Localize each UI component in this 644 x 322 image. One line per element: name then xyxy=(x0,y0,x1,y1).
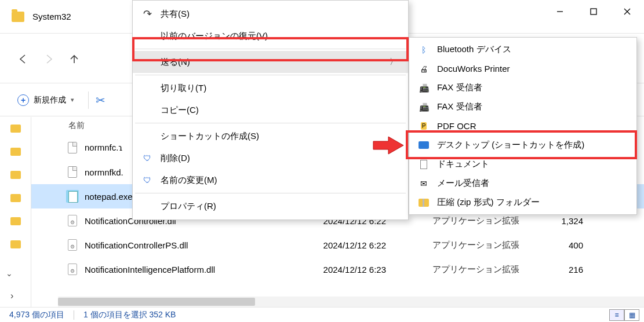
file-type: アプリケーション拡張 xyxy=(409,240,543,251)
menu-item-label: 共有(S) xyxy=(161,9,190,20)
menu-item-label: 以前のバージョンの復元(V) xyxy=(161,31,268,42)
forward-button[interactable] xyxy=(36,46,61,72)
menu-separator xyxy=(135,49,406,49)
details-view-button[interactable]: ≡ xyxy=(609,309,624,321)
fax-icon: 📠 xyxy=(417,82,430,94)
file-row[interactable]: NotificationIntelligencePlatform.dll2024… xyxy=(31,257,644,281)
bluetooth-icon: ᛒ xyxy=(417,43,430,56)
context-menu-item[interactable]: ショートカットの作成(S) xyxy=(133,125,408,147)
submenu-item[interactable]: デスクトップ (ショートカットを作成) xyxy=(409,136,636,155)
menu-item-label: 名前の変更(M) xyxy=(161,175,217,186)
submenu-item-label: FAX 受信者 xyxy=(437,101,482,112)
file-name: NotificationIntelligencePlatform.dll xyxy=(85,265,293,275)
context-menu-item[interactable]: 以前のバージョンの復元(V) xyxy=(133,25,408,47)
submenu-item-label: FAX 受信者 xyxy=(437,82,482,93)
menu-item-label: 送る(N) xyxy=(161,57,190,68)
dll-icon xyxy=(66,239,79,251)
tree-item[interactable] xyxy=(0,233,31,256)
submenu-item[interactable]: 🖨DocuWorks Printer xyxy=(409,59,636,78)
menu-item-label: コピー(C) xyxy=(161,105,199,116)
scrollbar-thumb[interactable] xyxy=(58,298,255,306)
plus-icon: + xyxy=(17,94,29,106)
tree-item[interactable] xyxy=(0,186,31,210)
sendto-submenu: ᛒBluetooth デバイス🖨DocuWorks Printer📠FAX 受信… xyxy=(409,37,637,215)
context-menu: 共有(S)以前のバージョンの復元(V)送る(N)〉切り取り(T)コピー(C)ショ… xyxy=(132,0,409,220)
new-button[interactable]: + 新規作成 ▾ xyxy=(10,91,81,109)
tree-item[interactable] xyxy=(0,140,31,163)
new-label: 新規作成 xyxy=(34,95,66,105)
document-icon xyxy=(417,158,430,171)
tree-item[interactable] xyxy=(0,117,31,140)
folder-icon xyxy=(10,194,21,202)
mail-icon: ✉ xyxy=(417,177,430,190)
printer-icon: 🖨 xyxy=(417,63,430,75)
fax-icon: 📠 xyxy=(417,101,430,114)
submenu-item[interactable]: ᛒBluetooth デバイス xyxy=(409,40,636,59)
submenu-item[interactable]: 📠FAX 受信者 xyxy=(409,97,636,116)
nav-tree[interactable]: ⌄ › xyxy=(0,117,31,307)
menu-item-label: 切り取り(T) xyxy=(161,83,206,94)
dll-icon xyxy=(66,263,79,276)
folder-icon xyxy=(10,240,21,248)
view-switcher: ≡ ▦ xyxy=(609,309,639,321)
item-count: 4,973 個の項目 xyxy=(9,310,64,320)
document-icon xyxy=(66,141,79,154)
context-menu-item[interactable]: コピー(C) xyxy=(133,99,408,121)
file-date: 2024/12/12 6:23 xyxy=(293,265,409,275)
file-size: 400 xyxy=(543,240,601,250)
file-date: 2024/12/12 6:22 xyxy=(293,240,409,250)
submenu-item-label: デスクトップ (ショートカットを作成) xyxy=(437,140,584,151)
context-menu-item[interactable]: 🛡削除(D) xyxy=(133,147,408,169)
toolbar-divider xyxy=(88,92,89,109)
context-menu-item[interactable]: 共有(S) xyxy=(133,3,408,25)
file-row[interactable]: NotificationControllerPS.dll2024/12/12 6… xyxy=(31,233,644,257)
menu-item-label: プロパティ(R) xyxy=(161,201,216,212)
status-divider xyxy=(74,310,74,320)
submenu-item-label: 圧縮 (zip 形式) フォルダー xyxy=(437,197,540,208)
cut-button[interactable]: ✂ xyxy=(96,93,105,107)
file-size: 216 xyxy=(543,265,601,275)
document-icon xyxy=(66,166,79,178)
file-size: 1,324 xyxy=(543,216,601,226)
context-menu-item[interactable]: 🛡名前の変更(M) xyxy=(133,169,408,191)
folder-icon xyxy=(12,12,24,22)
close-button[interactable] xyxy=(610,0,644,23)
annotation-arrow xyxy=(372,136,405,155)
submenu-item[interactable]: 圧縮 (zip 形式) フォルダー xyxy=(409,193,636,212)
chevron-down-icon: ▾ xyxy=(71,96,74,104)
submenu-item[interactable]: ドキュメント xyxy=(409,155,636,174)
back-button[interactable] xyxy=(10,46,36,72)
notepad-icon xyxy=(66,190,79,203)
submenu-item[interactable]: PPDF OCR xyxy=(409,116,636,136)
folder-icon xyxy=(10,125,21,133)
tiles-view-button[interactable]: ▦ xyxy=(624,309,639,321)
tree-item[interactable] xyxy=(0,210,31,233)
menu-item-label: ショートカットの作成(S) xyxy=(161,131,259,142)
folder-icon xyxy=(10,148,21,156)
tree-collapse-icon[interactable]: ⌄ xyxy=(6,269,13,278)
dll-icon xyxy=(66,214,79,227)
submenu-item-label: Bluetooth デバイス xyxy=(437,44,511,55)
minimize-button[interactable] xyxy=(543,0,577,23)
context-menu-item[interactable]: プロパティ(R) xyxy=(133,195,408,217)
shield-icon: 🛡 xyxy=(141,174,154,186)
h-scrollbar[interactable] xyxy=(58,297,644,307)
up-button[interactable] xyxy=(61,46,87,72)
svg-rect-1 xyxy=(591,9,596,14)
context-menu-item[interactable]: 送る(N)〉 xyxy=(133,51,408,73)
menu-separator xyxy=(135,123,406,123)
tree-item[interactable] xyxy=(0,163,31,186)
context-menu-item[interactable]: 切り取り(T) xyxy=(133,77,408,99)
submenu-item-label: ドキュメント xyxy=(437,159,489,170)
submenu-item[interactable]: 📠FAX 受信者 xyxy=(409,78,636,97)
window-controls xyxy=(543,0,644,23)
maximize-button[interactable] xyxy=(577,0,610,23)
submenu-item[interactable]: ✉メール受信者 xyxy=(409,174,636,193)
tree-overflow-icon[interactable]: › xyxy=(10,291,13,301)
menu-item-label: 削除(D) xyxy=(161,153,190,164)
file-name: NotificationControllerPS.dll xyxy=(85,240,293,250)
menu-separator xyxy=(135,75,406,75)
file-type: アプリケーション拡張 xyxy=(409,264,543,275)
menu-separator xyxy=(135,193,406,193)
desktop-icon xyxy=(417,139,430,152)
